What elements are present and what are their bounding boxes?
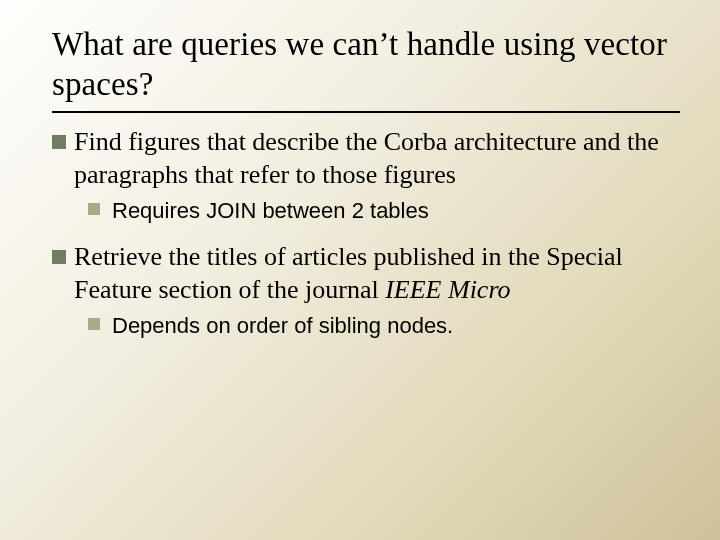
sublist: Requires JOIN between 2 tables: [88, 197, 680, 226]
text-run: Retrieve the titles of articles publishe…: [74, 242, 623, 304]
list-item-text: Depends on order of sibling nodes.: [112, 312, 453, 341]
square-bullet-icon: [88, 203, 100, 215]
text-run-italic: IEEE Micro: [385, 275, 510, 304]
list-item-text: Find figures that describe the Corba arc…: [74, 125, 680, 192]
list-item-text: Requires JOIN between 2 tables: [112, 197, 429, 226]
list-item: Requires JOIN between 2 tables: [88, 197, 680, 226]
sublist: Depends on order of sibling nodes.: [88, 312, 680, 341]
title-underline: [52, 111, 680, 113]
square-bullet-icon: [52, 250, 66, 264]
square-bullet-icon: [88, 318, 100, 330]
list-item: Retrieve the titles of articles publishe…: [52, 240, 680, 307]
list-item: Depends on order of sibling nodes.: [88, 312, 680, 341]
square-bullet-icon: [52, 135, 66, 149]
list-item-text: Retrieve the titles of articles publishe…: [74, 240, 680, 307]
list-item: Find figures that describe the Corba arc…: [52, 125, 680, 192]
slide-body: Find figures that describe the Corba arc…: [52, 125, 680, 341]
slide: What are queries we can’t handle using v…: [0, 0, 720, 540]
slide-title: What are queries we can’t handle using v…: [52, 24, 680, 105]
